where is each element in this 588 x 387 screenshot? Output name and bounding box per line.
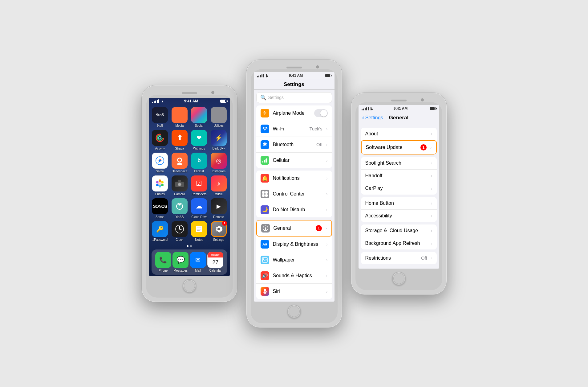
phone-general: ▲ 9:41 AM ‹ Settings General About [351, 93, 447, 294]
svg-rect-36 [266, 159, 266, 163]
app-social[interactable]: Social [191, 107, 208, 127]
settings-row-carplay[interactable]: CarPlay › [361, 182, 437, 195]
settings-row-wallpaper[interactable]: Wallpaper › [256, 252, 332, 268]
app-ynab[interactable]: YNAB [171, 198, 188, 219]
app-safari[interactable]: Safari [152, 153, 169, 173]
app-photos[interactable]: Photos [152, 175, 169, 196]
software-update-chevron: › [430, 145, 432, 150]
siri-chevron: › [326, 289, 328, 294]
settings-row-accessibility[interactable]: Accessibility › [361, 210, 437, 222]
general-badge: 1 [316, 225, 322, 231]
settings-row-siri[interactable]: Siri › [256, 284, 332, 299]
back-button[interactable]: ‹ Settings [362, 114, 383, 121]
battery-indicator [325, 74, 331, 77]
settings-row-general[interactable]: General 1 › [256, 220, 332, 237]
wifi-icon [261, 125, 269, 133]
home-button[interactable] [392, 272, 406, 285]
settings-row-background-refresh[interactable]: Background App Refresh › [361, 237, 437, 249]
settings-group-system: 🔔 Notifications › Control Center [256, 171, 332, 217]
settings-group-restrictions: Restrictions Off › [361, 252, 437, 264]
settings-row-wifi[interactable]: Wi-Fi Tuck's › [256, 121, 332, 137]
app-activity[interactable]: Activity [152, 130, 169, 150]
display-chevron: › [326, 242, 328, 247]
settings-row-notifications[interactable]: 🔔 Notifications › [256, 171, 332, 186]
app-9to5[interactable]: 9to5 9to5 [152, 107, 169, 127]
signal-indicator: ▲ [257, 74, 267, 77]
svg-rect-39 [265, 191, 268, 194]
nav-bar: ‹ Settings General [359, 112, 439, 123]
dock-messages[interactable]: 💬 Messages [172, 252, 189, 272]
app-icloud-drive[interactable]: ☁ iCloud Drive [191, 198, 208, 219]
cellular-chevron: › [326, 158, 328, 163]
svg-rect-47 [264, 289, 266, 292]
svg-point-28 [179, 228, 180, 229]
app-settings[interactable]: 1 Settings [210, 221, 227, 241]
home-button[interactable] [287, 305, 301, 318]
search-bar[interactable]: 🔍 Settings [256, 92, 332, 103]
settings-row-cellular[interactable]: Cellular › [256, 153, 332, 168]
app-instagram[interactable]: ◎ Instagram [210, 153, 227, 173]
software-update-label: Software Update [366, 145, 417, 150]
nav-title: Settings [254, 81, 335, 88]
settings-row-about[interactable]: About › [361, 128, 437, 140]
wifi-icon: ▲ [266, 74, 267, 77]
settings-row-storage[interactable]: Storage & iCloud Usage › [361, 224, 437, 237]
settings-row-home-button[interactable]: Home Button › [361, 197, 437, 210]
airplane-toggle[interactable] [314, 109, 328, 117]
app-camera[interactable]: Camera [171, 175, 188, 196]
search-icon: 🔍 [260, 95, 266, 101]
sounds-chevron: › [326, 273, 328, 278]
app-remote[interactable]: ▶ Remote [210, 198, 227, 219]
notifications-icon: 🔔 [261, 174, 269, 183]
app-withings[interactable]: ❤ Withings [191, 130, 208, 150]
dnd-icon: 🌙 [261, 205, 269, 214]
app-sonos[interactable]: SONOS Sonos [152, 198, 169, 219]
software-update-badge: 1 [420, 144, 427, 150]
svg-point-22 [178, 183, 181, 186]
app-strava[interactable]: ⬆ Strava [171, 130, 188, 150]
svg-point-44 [265, 227, 266, 228]
svg-rect-37 [266, 158, 267, 163]
display-label: Display & Brightness [273, 241, 322, 247]
wallpaper-chevron: › [326, 257, 328, 262]
svg-rect-38 [262, 191, 265, 194]
wifi-value: Tuck's [310, 126, 322, 131]
app-1password[interactable]: 🔑 1Password [152, 221, 169, 241]
status-time: 9:41 AM [394, 106, 408, 111]
app-music[interactable]: ♪ Music [210, 175, 227, 196]
settings-row-spotlight[interactable]: Spotlight Search › [361, 157, 437, 170]
settings-row-airplane[interactable]: ✈ Airplane Mode [256, 105, 332, 121]
settings-row-bluetooth[interactable]: ✱ Bluetooth Off › [256, 137, 332, 153]
restrictions-label: Restrictions [365, 255, 418, 261]
bluetooth-chevron: › [326, 142, 328, 147]
settings-row-handoff[interactable]: Handoff › [361, 170, 437, 182]
search-placeholder: Settings [268, 95, 284, 100]
phone-settings: ▲ 9:41 AM Settings 🔍 Settings ✈ Ai [246, 60, 342, 327]
settings-row-dnd[interactable]: 🌙 Do Not Disturb › [256, 202, 332, 217]
app-clock[interactable]: Clock [171, 221, 188, 241]
app-blinkist[interactable]: b Blinkist [191, 153, 208, 173]
dock-mail[interactable]: ✉ Mail [190, 252, 206, 272]
settings-row-sounds[interactable]: 🔊 Sounds & Haptics › [256, 268, 332, 284]
app-notes[interactable]: Notes [191, 221, 208, 241]
dock-phone[interactable]: 📞 Phone [155, 252, 171, 272]
app-media[interactable]: Media [171, 107, 188, 127]
settings-row-control-center[interactable]: Control Center › [256, 186, 332, 202]
control-center-label: Control Center [273, 191, 322, 197]
app-darksky[interactable]: ⚡ Dark Sky [210, 130, 227, 150]
background-refresh-chevron: › [431, 241, 432, 246]
settings-group-general: General 1 › Aa Display & Brightness › [256, 220, 332, 299]
siri-label: Siri [273, 289, 322, 294]
svg-point-2 [159, 137, 161, 139]
sounds-label: Sounds & Haptics [273, 273, 322, 278]
app-reminders[interactable]: ☑ Reminders [191, 175, 208, 196]
settings-row-display[interactable]: Aa Display & Brightness › [256, 237, 332, 252]
dock-calendar[interactable]: Monday 27 Calendar [207, 252, 223, 272]
app-utilities[interactable]: Utilities [210, 107, 227, 127]
airplane-icon: ✈ [261, 109, 269, 117]
settings-row-software-update[interactable]: Software Update 1 › [361, 140, 437, 154]
app-headspace[interactable]: Headspace [171, 153, 188, 173]
settings-row-restrictions[interactable]: Restrictions Off › [361, 252, 437, 264]
home-button[interactable] [183, 279, 196, 293]
phone-inner: ▲ 9:41 AM ‹ Settings General About [355, 102, 442, 290]
